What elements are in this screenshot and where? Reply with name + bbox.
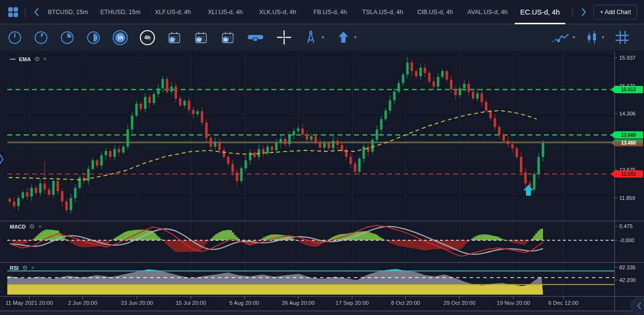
svg-text:D: D <box>170 37 174 42</box>
chevron-down-icon: ▾ <box>602 35 604 40</box>
timeframe-monthly-button[interactable]: M <box>220 30 235 45</box>
arrow-marker-button[interactable]: ▾ <box>336 30 356 45</box>
chevron-down-icon: ▾ <box>322 35 324 40</box>
timeframe-weekly-button[interactable]: W <box>194 30 208 45</box>
svg-text:29 Oct 20:00: 29 Oct 20:00 <box>443 300 475 306</box>
svg-text:-0.000: -0.000 <box>619 237 634 243</box>
add-chart-button[interactable]: + Add Chart <box>593 5 637 19</box>
tab-xlf-us-d-4h[interactable]: XLF.US-d, 4h <box>147 0 199 24</box>
tabs-scroll-left-button[interactable] <box>31 7 41 17</box>
svg-text:W: W <box>197 37 201 42</box>
tab-btcusd-15m[interactable]: BTCUSD, 15m <box>42 0 94 24</box>
clock-15m-icon <box>60 31 74 45</box>
svg-text:19 Nov 20:00: 19 Nov 20:00 <box>497 300 530 306</box>
tab-aval-us-d-4h[interactable]: AVAL.US-d, 4h <box>461 0 514 24</box>
svg-text:M: M <box>224 37 228 42</box>
tab-cib-us-d-4h[interactable]: CIB.US-d, 4h <box>409 0 461 24</box>
timeframe-4h-button-active[interactable]: 4h <box>140 30 155 45</box>
svg-text:15.013: 15.013 <box>621 87 636 92</box>
svg-text:17 Sep 20:00: 17 Sep 20:00 <box>336 300 369 306</box>
rsi-label: RSI <box>10 265 18 271</box>
clock-1m-icon <box>8 31 22 45</box>
svg-text:2 Jun 20:00: 2 Jun 20:00 <box>68 300 97 306</box>
chevron-down-icon: ▾ <box>354 35 356 40</box>
ema-close-icon[interactable]: × <box>43 56 47 63</box>
svg-text:0.475: 0.475 <box>619 223 633 229</box>
scroll-back-button[interactable] <box>630 297 644 315</box>
divider <box>572 7 573 17</box>
candle-style-button[interactable]: ▾ <box>586 30 604 45</box>
divider <box>25 7 25 17</box>
svg-text:42.200: 42.200 <box>619 277 636 283</box>
svg-text:13.689: 13.689 <box>621 133 636 138</box>
calendar-week-icon: W <box>194 30 208 45</box>
rsi-close-icon[interactable]: × <box>31 265 34 271</box>
tab-xli-us-d-4h[interactable]: XLI.US-d, 4h <box>199 0 252 24</box>
candlestick-icon <box>586 30 598 45</box>
svg-text:15.937: 15.937 <box>619 55 636 61</box>
macd-label: MACD <box>10 224 26 230</box>
svg-text:13.460: 13.460 <box>621 140 636 146</box>
chart-tab-bar: BTCUSD, 15mETHUSD, 15mXLF.US-d, 4hXLI.US… <box>0 0 644 24</box>
svg-text:11.859: 11.859 <box>619 195 635 201</box>
tabs-scroll-right-button[interactable] <box>578 7 589 17</box>
price-tag: 12.551 <box>611 170 643 178</box>
range-slider-tool-button[interactable] <box>247 33 265 42</box>
line-chart-icon <box>552 30 569 45</box>
clock-5m-icon <box>34 31 48 45</box>
tab-ec-us-d-4h[interactable]: EC.US-d, 4h <box>514 0 566 24</box>
chart-canvas[interactable]: 15.93715.12114.30612.67511.8590.475-0.00… <box>0 50 644 315</box>
ema-legend: EMA ⚙ × <box>10 55 47 63</box>
svg-text:6 Dec 12:00: 6 Dec 12:00 <box>548 300 578 306</box>
drawing-tools-button[interactable]: ▾ <box>304 30 324 45</box>
chart-area: 15.93715.12114.30612.67511.8590.475-0.00… <box>0 50 644 315</box>
indicator-style-button[interactable]: ▾ <box>552 30 575 45</box>
tab-ethusd-15m[interactable]: ETHUSD, 15m <box>94 0 147 24</box>
svg-text:23 Jun 20:00: 23 Jun 20:00 <box>121 300 153 306</box>
price-tag: 15.013 <box>611 86 643 93</box>
grid-icon <box>615 30 629 45</box>
svg-text:14.306: 14.306 <box>619 111 636 116</box>
crosshair-tool-button[interactable] <box>277 30 291 45</box>
timeframe-1m-button[interactable] <box>8 31 22 45</box>
tab-fb-us-d-4h[interactable]: FB.US-d, 4h <box>304 0 356 24</box>
rsi-legend: RSI ⚙ × <box>10 264 34 271</box>
svg-text:11 May 2021 20:00: 11 May 2021 20:00 <box>5 300 53 306</box>
tab-xlk-us-d-4h[interactable]: XLK.US-d, 4h <box>252 0 304 24</box>
svg-text:8 Oct 20:00: 8 Oct 20:00 <box>391 300 420 306</box>
timeframe-30m-button[interactable] <box>86 31 101 45</box>
svg-text:15 Jul 20:00: 15 Jul 20:00 <box>176 300 206 306</box>
calendar-day-icon: D <box>167 30 182 45</box>
layout-grid-icon <box>7 6 19 18</box>
crosshair-icon <box>277 30 291 45</box>
macd-settings-icon[interactable]: ⚙ <box>29 223 35 230</box>
arrow-up-icon <box>336 30 351 45</box>
layout-grid-button[interactable] <box>7 6 19 18</box>
side-panel-expand-button[interactable] <box>0 153 4 167</box>
calendar-month-icon: M <box>220 30 235 45</box>
svg-text:12.551: 12.551 <box>621 171 636 177</box>
ema-series-swatch <box>10 59 16 60</box>
rsi-settings-icon[interactable]: ⚙ <box>22 264 28 271</box>
timeframe-15m-button[interactable] <box>60 31 74 45</box>
chart-toolbar: 1h 4h D <box>0 24 644 50</box>
chevron-right-icon <box>0 153 4 165</box>
timeframe-1h-button[interactable]: 1h <box>113 30 128 45</box>
grid-settings-button[interactable] <box>615 30 629 45</box>
chevron-left-icon <box>33 8 40 17</box>
symbol-tabs: BTCUSD, 15mETHUSD, 15mXLF.US-d, 4hXLI.US… <box>42 0 566 24</box>
macd-legend: MACD ⚙ × <box>10 223 42 230</box>
range-bar-icon <box>247 33 265 42</box>
timeframe-5m-button[interactable] <box>34 31 48 45</box>
chevron-down-icon: ▾ <box>573 35 575 40</box>
svg-text:26 Aug 20:00: 26 Aug 20:00 <box>282 300 315 306</box>
tab-tsla-us-d-4h[interactable]: TSLA.US-d, 4h <box>356 0 409 24</box>
ema-label: EMA <box>19 56 31 62</box>
price-tag: 13.460 <box>611 139 643 147</box>
timeframe-daily-button[interactable]: D <box>167 30 182 45</box>
macd-close-icon[interactable]: × <box>38 223 42 230</box>
svg-text:5 Aug 20:00: 5 Aug 20:00 <box>229 300 259 306</box>
ema-settings-icon[interactable]: ⚙ <box>34 55 40 63</box>
svg-text:82.335: 82.335 <box>619 265 636 270</box>
compass-icon <box>304 30 318 45</box>
